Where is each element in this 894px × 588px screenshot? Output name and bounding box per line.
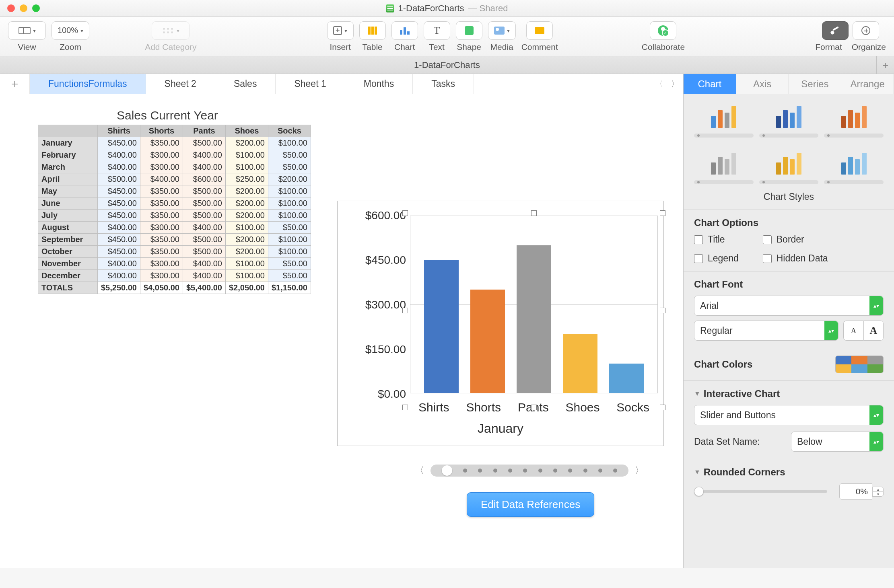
- legend-checkbox[interactable]: Legend: [694, 253, 739, 264]
- text-button[interactable]: T: [424, 21, 450, 40]
- edit-data-references-button[interactable]: Edit Data References: [467, 492, 594, 517]
- row-header[interactable]: June: [38, 197, 98, 210]
- sheet-tab[interactable]: FunctionsFormulas: [30, 74, 146, 94]
- inspector-tab[interactable]: Axis: [736, 74, 789, 94]
- column-header[interactable]: Shorts: [140, 125, 183, 137]
- inspector-tab[interactable]: Series: [789, 74, 842, 94]
- column-header[interactable]: Shoes: [225, 125, 268, 137]
- sheet-tab[interactable]: Tasks: [413, 74, 474, 94]
- cell[interactable]: $400.00: [98, 258, 140, 270]
- cell[interactable]: $200.00: [268, 173, 311, 185]
- slider-next-button[interactable]: 〉: [632, 464, 646, 477]
- cell[interactable]: $450.00: [98, 246, 140, 258]
- sheet-tab[interactable]: Sheet 1: [276, 74, 345, 94]
- slider-track[interactable]: [431, 465, 628, 477]
- cell[interactable]: $400.00: [183, 222, 225, 234]
- interactive-mode-select[interactable]: Slider and Buttons ▴▾: [694, 405, 884, 425]
- resize-handle[interactable]: [531, 405, 537, 410]
- zoom-button[interactable]: 100%▾: [51, 21, 89, 40]
- row-header[interactable]: July: [38, 210, 98, 222]
- column-header[interactable]: Shirts: [98, 125, 140, 137]
- chart-style-thumbnail[interactable]: [759, 101, 819, 131]
- sheet-nav-prev[interactable]: 〈: [651, 74, 667, 94]
- cell[interactable]: $350.00: [140, 197, 183, 210]
- chart-button[interactable]: [391, 21, 418, 40]
- table-button[interactable]: [359, 21, 386, 40]
- fullscreen-window-button[interactable]: [32, 4, 40, 12]
- rounded-corners-value[interactable]: 0%: [839, 483, 872, 500]
- resize-handle[interactable]: [531, 210, 537, 216]
- resize-handle[interactable]: [660, 308, 665, 313]
- cell[interactable]: $500.00: [183, 234, 225, 246]
- cell[interactable]: $200.00: [225, 137, 268, 149]
- close-window-button[interactable]: [7, 4, 15, 12]
- cell[interactable]: $450.00: [98, 197, 140, 210]
- cell[interactable]: $400.00: [98, 222, 140, 234]
- cell[interactable]: $500.00: [183, 246, 225, 258]
- cell[interactable]: $300.00: [140, 149, 183, 161]
- dataset-name-select[interactable]: Below ▴▾: [791, 432, 884, 452]
- cell[interactable]: $450.00: [98, 137, 140, 149]
- cell[interactable]: $50.00: [268, 161, 311, 173]
- title-checkbox[interactable]: Title: [694, 234, 739, 245]
- cell[interactable]: $450.00: [98, 234, 140, 246]
- cell[interactable]: $500.00: [183, 197, 225, 210]
- cell[interactable]: $500.00: [183, 137, 225, 149]
- cell[interactable]: $100.00: [268, 185, 311, 197]
- row-header[interactable]: August: [38, 222, 98, 234]
- cell[interactable]: $400.00: [98, 270, 140, 282]
- cell[interactable]: $300.00: [140, 270, 183, 282]
- data-table[interactable]: ShirtsShortsPantsShoesSocksJanuary$450.0…: [38, 125, 311, 294]
- organize-button[interactable]: [853, 21, 879, 40]
- view-button[interactable]: ▾: [8, 21, 46, 40]
- cell[interactable]: $450.00: [98, 210, 140, 222]
- minimize-window-button[interactable]: [20, 4, 27, 12]
- cell[interactable]: $100.00: [225, 270, 268, 282]
- cell[interactable]: $400.00: [140, 173, 183, 185]
- resize-handle[interactable]: [402, 308, 408, 313]
- cell[interactable]: $200.00: [225, 185, 268, 197]
- resize-handle[interactable]: [402, 405, 408, 410]
- row-header[interactable]: November: [38, 258, 98, 270]
- cell[interactable]: $50.00: [268, 270, 311, 282]
- add-category-button[interactable]: ▾: [152, 21, 190, 40]
- row-header[interactable]: September: [38, 234, 98, 246]
- cell[interactable]: $200.00: [225, 197, 268, 210]
- sheet-canvas[interactable]: + FunctionsFormulasSheet 2SalesSheet 1Mo…: [0, 74, 683, 568]
- cell[interactable]: $350.00: [140, 246, 183, 258]
- cell[interactable]: $350.00: [140, 234, 183, 246]
- cell[interactable]: $450.00: [98, 185, 140, 197]
- add-sheet-button[interactable]: +: [0, 74, 30, 94]
- sheet-tab[interactable]: Months: [345, 74, 413, 94]
- cell[interactable]: $200.00: [225, 246, 268, 258]
- cell[interactable]: $100.00: [268, 210, 311, 222]
- cell[interactable]: $350.00: [140, 210, 183, 222]
- sheet-nav-next[interactable]: 〉: [667, 74, 683, 94]
- cell[interactable]: $350.00: [140, 137, 183, 149]
- slider-thumb[interactable]: [442, 465, 452, 476]
- shape-button[interactable]: [456, 21, 482, 40]
- cell[interactable]: $100.00: [225, 161, 268, 173]
- chart-style-thumbnail[interactable]: [824, 148, 884, 178]
- cell[interactable]: $100.00: [225, 222, 268, 234]
- chart-dataset-slider[interactable]: 〈 〉: [413, 463, 646, 479]
- chart-style-thumbnail[interactable]: [694, 148, 754, 178]
- cell[interactable]: $400.00: [183, 161, 225, 173]
- hidden-data-checkbox[interactable]: Hidden Data: [763, 253, 828, 264]
- chart-style-thumbnail[interactable]: [824, 101, 884, 131]
- cell[interactable]: $300.00: [140, 258, 183, 270]
- row-header[interactable]: February: [38, 149, 98, 161]
- sheet-tab[interactable]: Sheet 2: [146, 74, 215, 94]
- stepper-up-icon[interactable]: ▴: [872, 487, 884, 492]
- border-checkbox[interactable]: Border: [763, 234, 828, 245]
- cell[interactable]: $100.00: [225, 149, 268, 161]
- cell[interactable]: $500.00: [183, 210, 225, 222]
- cell[interactable]: $300.00: [140, 161, 183, 173]
- row-header[interactable]: December: [38, 270, 98, 282]
- cell[interactable]: $100.00: [268, 137, 311, 149]
- insert-button[interactable]: +▾: [327, 21, 354, 40]
- cell[interactable]: $500.00: [183, 185, 225, 197]
- sheet-tab[interactable]: Sales: [215, 74, 276, 94]
- add-document-button[interactable]: +: [876, 56, 894, 74]
- font-style-select[interactable]: Regular ▴▾: [694, 321, 838, 341]
